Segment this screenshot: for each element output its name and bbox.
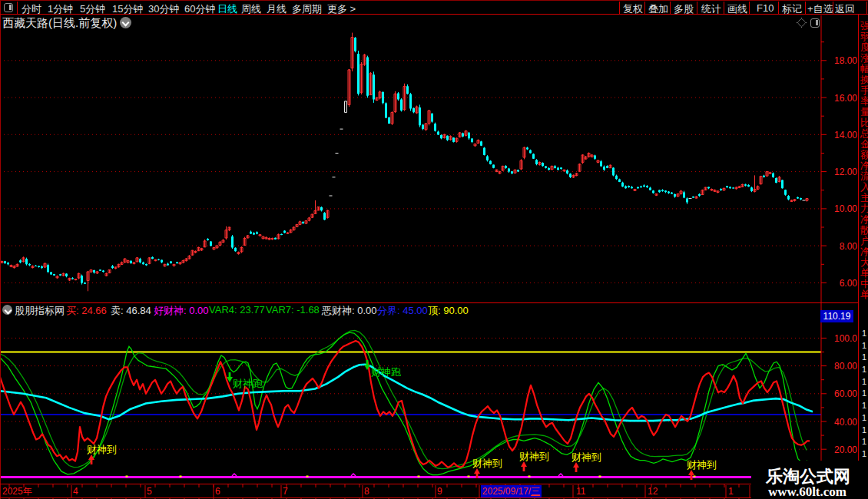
svg-text:9: 9 (437, 486, 442, 497)
svg-text:20.00: 20.00 (834, 444, 857, 455)
svg-text:10.00: 10.00 (834, 203, 857, 214)
svg-text:财神跑: 财神跑 (233, 378, 263, 389)
svg-text:财神到: 财神到 (519, 451, 549, 462)
svg-text:12.00: 12.00 (834, 167, 857, 177)
svg-text:4: 4 (73, 486, 78, 497)
svg-text:11: 11 (576, 486, 586, 497)
svg-text:40.00: 40.00 (834, 417, 857, 428)
svg-text:7: 7 (283, 486, 288, 497)
svg-text:6.00: 6.00 (840, 278, 858, 289)
svg-text:财神到: 财神到 (571, 451, 601, 463)
svg-text:8.00: 8.00 (840, 241, 858, 252)
svg-text:16.00: 16.00 (834, 93, 857, 104)
svg-text:60.00: 60.00 (834, 388, 857, 399)
svg-text:80.00: 80.00 (834, 361, 857, 372)
svg-text:18.00: 18.00 (834, 55, 857, 66)
svg-text:12: 12 (648, 486, 658, 497)
svg-text:财神到: 财神到 (687, 459, 717, 471)
svg-text:财神跑: 财神跑 (371, 366, 401, 378)
svg-text:6: 6 (215, 486, 220, 497)
svg-text:5: 5 (147, 486, 152, 497)
svg-text:财神到: 财神到 (87, 444, 117, 455)
svg-text:2025年: 2025年 (2, 486, 32, 497)
svg-text:1: 1 (728, 486, 734, 497)
svg-text:8: 8 (364, 486, 369, 497)
svg-text:14.00: 14.00 (834, 130, 857, 140)
svg-text:100.0: 100.0 (834, 333, 857, 344)
svg-text:财神到: 财神到 (472, 458, 502, 469)
